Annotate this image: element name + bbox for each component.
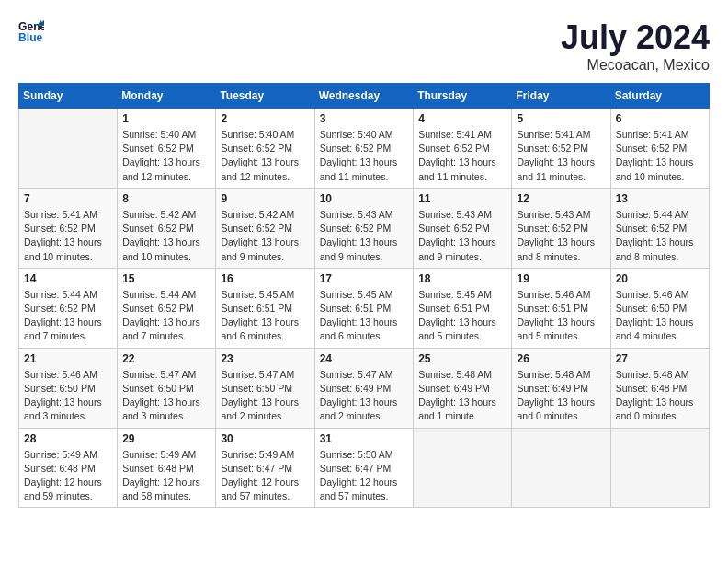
day-number: 19	[517, 272, 605, 285]
day-number: 28	[24, 432, 112, 445]
col-sunday: Sunday	[19, 84, 118, 109]
col-saturday: Saturday	[610, 84, 709, 109]
calendar-week-row: 14Sunrise: 5:44 AMSunset: 6:52 PMDayligh…	[19, 268, 710, 348]
day-number: 1	[122, 112, 210, 125]
day-info: Sunrise: 5:45 AMSunset: 6:51 PMDaylight:…	[221, 288, 309, 344]
day-number: 17	[320, 272, 409, 285]
day-number: 26	[517, 352, 605, 365]
day-info: Sunrise: 5:42 AMSunset: 6:52 PMDaylight:…	[221, 208, 309, 264]
col-friday: Friday	[512, 84, 610, 109]
calendar-cell: 9Sunrise: 5:42 AMSunset: 6:52 PMDaylight…	[216, 188, 314, 268]
logo: General Blue	[18, 18, 44, 44]
day-number: 27	[616, 352, 704, 365]
day-number: 3	[320, 112, 409, 125]
day-number: 22	[122, 352, 210, 365]
calendar-cell	[19, 109, 118, 189]
day-number: 25	[418, 352, 506, 365]
day-number: 7	[24, 192, 112, 205]
day-info: Sunrise: 5:40 AMSunset: 6:52 PMDaylight:…	[122, 128, 210, 184]
calendar-cell: 22Sunrise: 5:47 AMSunset: 6:50 PMDayligh…	[118, 348, 216, 428]
calendar-cell	[414, 428, 512, 508]
col-monday: Monday	[118, 84, 216, 109]
day-number: 2	[221, 112, 309, 125]
calendar-cell: 30Sunrise: 5:49 AMSunset: 6:47 PMDayligh…	[216, 428, 314, 508]
calendar-cell: 24Sunrise: 5:47 AMSunset: 6:49 PMDayligh…	[314, 348, 414, 428]
col-thursday: Thursday	[414, 84, 512, 109]
calendar-cell: 15Sunrise: 5:44 AMSunset: 6:52 PMDayligh…	[118, 268, 216, 348]
day-info: Sunrise: 5:43 AMSunset: 6:52 PMDaylight:…	[517, 208, 605, 264]
calendar-header-row: Sunday Monday Tuesday Wednesday Thursday…	[19, 84, 710, 109]
day-number: 18	[418, 272, 506, 285]
day-info: Sunrise: 5:45 AMSunset: 6:51 PMDaylight:…	[418, 288, 506, 344]
day-info: Sunrise: 5:46 AMSunset: 6:51 PMDaylight:…	[517, 288, 605, 344]
day-info: Sunrise: 5:46 AMSunset: 6:50 PMDaylight:…	[616, 288, 704, 344]
day-info: Sunrise: 5:48 AMSunset: 6:49 PMDaylight:…	[418, 368, 506, 424]
calendar-cell: 11Sunrise: 5:43 AMSunset: 6:52 PMDayligh…	[414, 188, 512, 268]
day-info: Sunrise: 5:41 AMSunset: 6:52 PMDaylight:…	[24, 208, 112, 264]
day-number: 15	[122, 272, 210, 285]
day-info: Sunrise: 5:49 AMSunset: 6:48 PMDaylight:…	[122, 448, 210, 504]
day-number: 12	[517, 192, 605, 205]
calendar-cell: 25Sunrise: 5:48 AMSunset: 6:49 PMDayligh…	[414, 348, 512, 428]
calendar-cell: 3Sunrise: 5:40 AMSunset: 6:52 PMDaylight…	[314, 109, 414, 189]
day-info: Sunrise: 5:50 AMSunset: 6:47 PMDaylight:…	[320, 448, 409, 504]
day-number: 23	[221, 352, 309, 365]
calendar-cell: 13Sunrise: 5:44 AMSunset: 6:52 PMDayligh…	[610, 188, 709, 268]
page-header: General Blue July 2024 Mecoacan, Mexico	[18, 18, 710, 74]
day-number: 10	[320, 192, 409, 205]
calendar-cell: 7Sunrise: 5:41 AMSunset: 6:52 PMDaylight…	[19, 188, 118, 268]
day-number: 6	[616, 112, 704, 125]
calendar-cell	[610, 428, 709, 508]
day-number: 29	[122, 432, 210, 445]
calendar-cell: 10Sunrise: 5:43 AMSunset: 6:52 PMDayligh…	[314, 188, 414, 268]
day-info: Sunrise: 5:41 AMSunset: 6:52 PMDaylight:…	[517, 128, 605, 184]
day-info: Sunrise: 5:40 AMSunset: 6:52 PMDaylight:…	[221, 128, 309, 184]
day-number: 24	[320, 352, 409, 365]
calendar-cell: 26Sunrise: 5:48 AMSunset: 6:49 PMDayligh…	[512, 348, 610, 428]
day-info: Sunrise: 5:44 AMSunset: 6:52 PMDaylight:…	[616, 208, 704, 264]
day-info: Sunrise: 5:43 AMSunset: 6:52 PMDaylight:…	[320, 208, 409, 264]
day-number: 30	[221, 432, 309, 445]
calendar-week-row: 7Sunrise: 5:41 AMSunset: 6:52 PMDaylight…	[19, 188, 710, 268]
day-number: 11	[418, 192, 506, 205]
day-number: 16	[221, 272, 309, 285]
col-tuesday: Tuesday	[216, 84, 314, 109]
calendar-cell: 19Sunrise: 5:46 AMSunset: 6:51 PMDayligh…	[512, 268, 610, 348]
day-info: Sunrise: 5:47 AMSunset: 6:50 PMDaylight:…	[122, 368, 210, 424]
calendar-cell: 6Sunrise: 5:41 AMSunset: 6:52 PMDaylight…	[610, 109, 709, 189]
calendar-cell: 5Sunrise: 5:41 AMSunset: 6:52 PMDaylight…	[512, 109, 610, 189]
day-info: Sunrise: 5:49 AMSunset: 6:48 PMDaylight:…	[24, 448, 112, 504]
calendar-cell: 16Sunrise: 5:45 AMSunset: 6:51 PMDayligh…	[216, 268, 314, 348]
day-info: Sunrise: 5:49 AMSunset: 6:47 PMDaylight:…	[221, 448, 309, 504]
calendar-cell: 1Sunrise: 5:40 AMSunset: 6:52 PMDaylight…	[118, 109, 216, 189]
title-block: July 2024 Mecoacan, Mexico	[561, 18, 710, 74]
calendar-week-row: 21Sunrise: 5:46 AMSunset: 6:50 PMDayligh…	[19, 348, 710, 428]
day-number: 9	[221, 192, 309, 205]
day-info: Sunrise: 5:42 AMSunset: 6:52 PMDaylight:…	[122, 208, 210, 264]
day-info: Sunrise: 5:47 AMSunset: 6:50 PMDaylight:…	[221, 368, 309, 424]
calendar-cell: 8Sunrise: 5:42 AMSunset: 6:52 PMDaylight…	[118, 188, 216, 268]
day-info: Sunrise: 5:43 AMSunset: 6:52 PMDaylight:…	[418, 208, 506, 264]
day-info: Sunrise: 5:44 AMSunset: 6:52 PMDaylight:…	[122, 288, 210, 344]
day-info: Sunrise: 5:47 AMSunset: 6:49 PMDaylight:…	[320, 368, 409, 424]
day-number: 4	[418, 112, 506, 125]
day-info: Sunrise: 5:41 AMSunset: 6:52 PMDaylight:…	[418, 128, 506, 184]
calendar-cell	[512, 428, 610, 508]
day-number: 14	[24, 272, 112, 285]
col-wednesday: Wednesday	[314, 84, 414, 109]
calendar-cell: 31Sunrise: 5:50 AMSunset: 6:47 PMDayligh…	[314, 428, 414, 508]
calendar-cell: 17Sunrise: 5:45 AMSunset: 6:51 PMDayligh…	[314, 268, 414, 348]
calendar-cell: 18Sunrise: 5:45 AMSunset: 6:51 PMDayligh…	[414, 268, 512, 348]
day-info: Sunrise: 5:44 AMSunset: 6:52 PMDaylight:…	[24, 288, 112, 344]
calendar-cell: 14Sunrise: 5:44 AMSunset: 6:52 PMDayligh…	[19, 268, 118, 348]
calendar-cell: 23Sunrise: 5:47 AMSunset: 6:50 PMDayligh…	[216, 348, 314, 428]
calendar-cell: 29Sunrise: 5:49 AMSunset: 6:48 PMDayligh…	[118, 428, 216, 508]
day-info: Sunrise: 5:45 AMSunset: 6:51 PMDaylight:…	[320, 288, 409, 344]
month-year-title: July 2024	[561, 18, 710, 57]
day-number: 8	[122, 192, 210, 205]
day-info: Sunrise: 5:41 AMSunset: 6:52 PMDaylight:…	[616, 128, 704, 184]
calendar-week-row: 1Sunrise: 5:40 AMSunset: 6:52 PMDaylight…	[19, 109, 710, 189]
calendar-week-row: 28Sunrise: 5:49 AMSunset: 6:48 PMDayligh…	[19, 428, 710, 508]
day-number: 21	[24, 352, 112, 365]
calendar-cell: 20Sunrise: 5:46 AMSunset: 6:50 PMDayligh…	[610, 268, 709, 348]
